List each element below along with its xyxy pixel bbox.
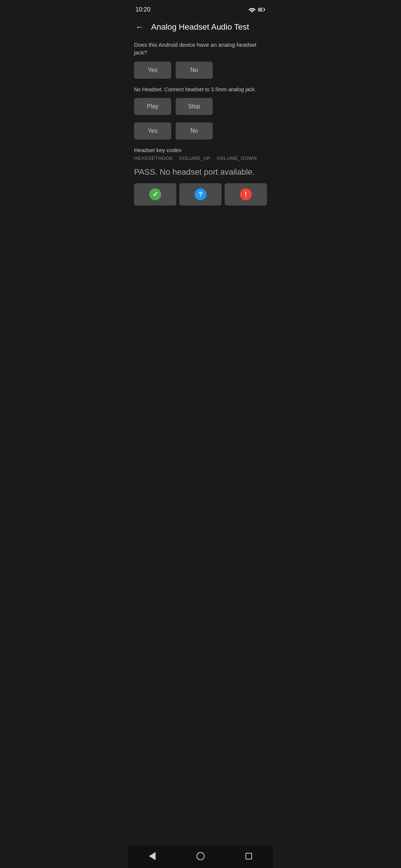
result-buttons-row: ✓ ? ! xyxy=(134,183,267,206)
info-icon: ? xyxy=(195,188,206,200)
yes-no-buttons: Yes No xyxy=(134,122,267,139)
key-code-volume-down: VOLUME_DOWN xyxy=(216,155,257,161)
status-icons: ⚡ xyxy=(248,7,265,12)
key-code-headsethook: HEADSETHOOK xyxy=(134,155,173,161)
svg-text:⚡: ⚡ xyxy=(260,9,263,11)
page-title: Analog Headset Audio Test xyxy=(151,22,249,32)
yes-no-section: Yes No xyxy=(134,122,267,139)
fail-icon: ! xyxy=(240,188,252,200)
key-codes-label: Headset key codes xyxy=(134,147,267,153)
stop-button[interactable]: Stop xyxy=(176,98,213,115)
battery-icon: ⚡ xyxy=(258,7,265,12)
yes-button-1[interactable]: Yes xyxy=(134,62,171,79)
info-result-button[interactable]: ? xyxy=(179,183,222,206)
play-button[interactable]: Play xyxy=(134,98,171,115)
pass-text: PASS. No headset port available. xyxy=(134,167,267,178)
no-button-1[interactable]: No xyxy=(176,62,213,79)
toolbar: ← Analog Headset Audio Test xyxy=(128,18,273,38)
pass-result-button[interactable]: ✓ xyxy=(134,183,176,206)
play-stop-section: No Headset. Connect headset to 3.5mm ana… xyxy=(134,86,267,115)
headset-jack-buttons: Yes No xyxy=(134,62,267,79)
key-codes-section: Headset key codes HEADSETHOOK VOLUME_UP … xyxy=(134,147,267,161)
back-button[interactable]: ← xyxy=(134,21,145,33)
headset-jack-section: Does this Android device have an analog … xyxy=(134,41,267,79)
wifi-icon xyxy=(248,7,256,12)
key-codes-row: HEADSETHOOK VOLUME_UP VOLUME_DOWN xyxy=(134,155,267,161)
fail-result-button[interactable]: ! xyxy=(225,183,267,206)
connect-headset-info: No Headset. Connect headset to 3.5mm ana… xyxy=(134,86,267,93)
pass-icon: ✓ xyxy=(149,188,161,200)
content: Does this Android device have an analog … xyxy=(128,38,273,216)
headset-jack-question: Does this Android device have an analog … xyxy=(134,41,267,56)
status-time: 10:20 xyxy=(136,6,150,13)
play-stop-buttons: Play Stop xyxy=(134,98,267,115)
status-bar: 10:20 ⚡ xyxy=(128,0,273,18)
no-button-2[interactable]: No xyxy=(176,122,213,139)
yes-button-2[interactable]: Yes xyxy=(134,122,171,139)
key-code-volume-up: VOLUME_UP xyxy=(179,155,211,161)
svg-rect-1 xyxy=(264,9,265,10)
